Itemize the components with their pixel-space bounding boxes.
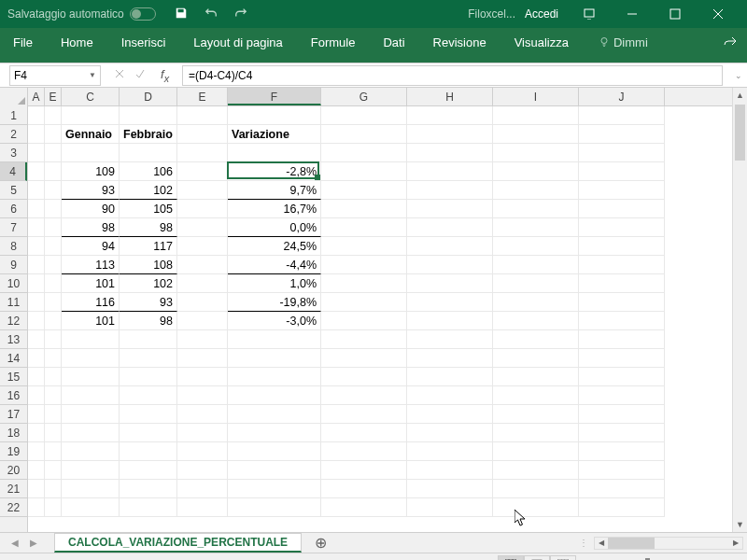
cell[interactable] [579, 330, 665, 349]
cell[interactable]: 98 [120, 312, 177, 330]
cell[interactable] [407, 218, 493, 237]
cell[interactable]: 0,0% [228, 218, 321, 237]
cell[interactable] [45, 386, 62, 405]
cell[interactable] [62, 349, 120, 368]
scroll-thumb[interactable] [608, 538, 655, 549]
cell[interactable]: 102 [120, 274, 177, 293]
cell[interactable] [28, 330, 45, 349]
cell[interactable] [228, 461, 321, 480]
cell[interactable] [493, 144, 579, 162]
cell[interactable] [493, 237, 579, 256]
row-header-8[interactable]: 8 [0, 237, 27, 256]
cell[interactable] [45, 405, 62, 424]
cell[interactable] [321, 162, 407, 181]
cell[interactable] [177, 330, 228, 349]
cell[interactable] [321, 386, 407, 405]
cell[interactable] [493, 349, 579, 368]
cell[interactable] [493, 312, 579, 330]
cell[interactable] [321, 218, 407, 237]
cell[interactable] [407, 274, 493, 293]
tab-data[interactable]: Dati [379, 32, 408, 53]
cell[interactable] [407, 442, 493, 461]
row-header-11[interactable]: 11 [0, 293, 27, 312]
row-header-14[interactable]: 14 [0, 349, 27, 368]
cell[interactable] [28, 405, 45, 424]
col-header-E[interactable]: E [177, 88, 228, 105]
cell[interactable] [177, 349, 228, 368]
cell[interactable] [407, 237, 493, 256]
cell[interactable] [62, 368, 120, 386]
row-header-22[interactable]: 22 [0, 498, 27, 517]
cell[interactable] [321, 125, 407, 144]
cell[interactable] [493, 274, 579, 293]
cell[interactable] [28, 274, 45, 293]
row-header-6[interactable]: 6 [0, 200, 27, 218]
cell[interactable] [579, 312, 665, 330]
cell[interactable] [45, 274, 62, 293]
minimize-button[interactable] [611, 0, 654, 28]
col-header-I[interactable]: I [493, 88, 579, 105]
cell[interactable] [45, 162, 62, 181]
cell[interactable] [228, 405, 321, 424]
cell[interactable] [28, 106, 45, 125]
cell[interactable] [177, 256, 228, 274]
tab-view[interactable]: Visualizza [511, 32, 572, 53]
cell[interactable] [177, 424, 228, 442]
cell[interactable] [407, 386, 493, 405]
cell[interactable] [45, 349, 62, 368]
cell[interactable] [579, 237, 665, 256]
cell[interactable] [228, 480, 321, 498]
cell[interactable] [28, 237, 45, 256]
cell[interactable] [228, 349, 321, 368]
cell[interactable] [45, 442, 62, 461]
cell[interactable] [579, 181, 665, 200]
cell[interactable] [407, 106, 493, 125]
row-header-21[interactable]: 21 [0, 480, 27, 498]
normal-view-icon[interactable] [498, 555, 524, 561]
cell[interactable] [321, 368, 407, 386]
cell[interactable]: 16,7% [228, 200, 321, 218]
cell[interactable] [579, 274, 665, 293]
scroll-left-icon[interactable]: ◀ [595, 539, 608, 547]
cell[interactable] [45, 312, 62, 330]
row-header-3[interactable]: 3 [0, 144, 27, 162]
cell[interactable] [120, 461, 177, 480]
horizontal-scrollbar[interactable]: ◀ ▶ [594, 537, 743, 550]
ribbon-options-icon[interactable] [568, 0, 611, 28]
row-header-4[interactable]: 4 [0, 162, 27, 181]
cell[interactable] [28, 293, 45, 312]
tab-layout[interactable]: Layout di pagina [190, 32, 286, 53]
cell[interactable] [62, 386, 120, 405]
cell[interactable] [579, 144, 665, 162]
cell[interactable] [407, 405, 493, 424]
cell[interactable]: 90 [62, 200, 120, 218]
cell[interactable] [28, 424, 45, 442]
sheet-nav-prev-icon[interactable]: ◀ [7, 536, 22, 550]
cell[interactable] [177, 312, 228, 330]
cell[interactable] [407, 293, 493, 312]
cell[interactable] [579, 461, 665, 480]
scroll-up-icon[interactable]: ▲ [733, 88, 747, 103]
cell[interactable] [177, 442, 228, 461]
row-header-1[interactable]: 1 [0, 106, 27, 125]
cell[interactable] [493, 106, 579, 125]
cell[interactable] [321, 442, 407, 461]
row-header-15[interactable]: 15 [0, 368, 27, 386]
cell[interactable] [62, 480, 120, 498]
cell[interactable] [177, 274, 228, 293]
row-header-2[interactable]: 2 [0, 125, 27, 144]
cells-area[interactable]: GennaioFebbraioVariazione109106-2,8%9310… [28, 106, 732, 532]
cell[interactable] [493, 218, 579, 237]
cell[interactable] [45, 237, 62, 256]
cell[interactable] [62, 144, 120, 162]
cell[interactable] [579, 498, 665, 517]
cell[interactable] [579, 442, 665, 461]
cell[interactable] [579, 368, 665, 386]
cell[interactable] [28, 480, 45, 498]
row-header-13[interactable]: 13 [0, 330, 27, 349]
cell[interactable] [579, 256, 665, 274]
cell[interactable] [228, 368, 321, 386]
cell[interactable] [321, 349, 407, 368]
cell[interactable] [28, 386, 45, 405]
cell[interactable] [28, 498, 45, 517]
